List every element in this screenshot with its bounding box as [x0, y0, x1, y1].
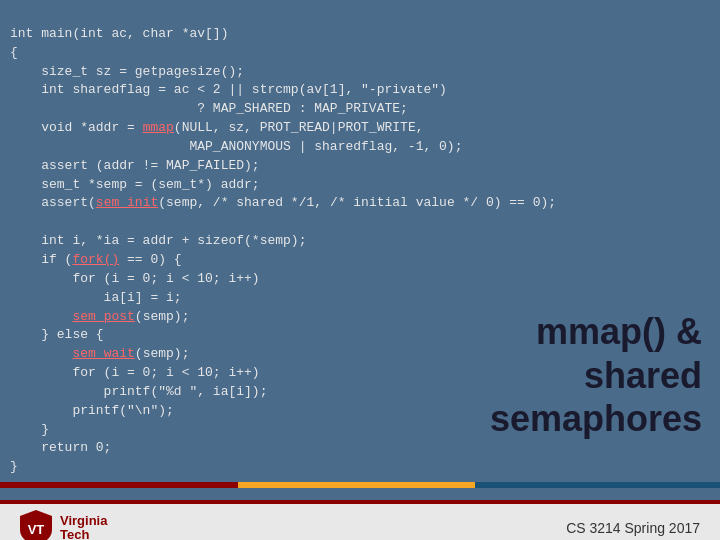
code-line-10: assert(sem_init(semp, /* shared */1, /* …: [10, 195, 556, 210]
slide-title: mmap() & shared semaphores: [490, 310, 702, 440]
code-line-11: int i, *ia = addr + sizeof(*semp);: [10, 233, 306, 248]
university-logo: VT Virginia Tech: [20, 510, 107, 540]
code-line-6: void *addr = mmap(NULL, sz, PROT_READ|PR…: [10, 120, 423, 135]
code-line-18: for (i = 0; i < 10; i++): [10, 365, 260, 380]
color-stripe: [0, 482, 720, 488]
code-line-3: size_t sz = getpagesize();: [10, 64, 244, 79]
code-line-1: int main(int ac, char *av[]): [10, 26, 228, 41]
code-line-12: if (fork() == 0) {: [10, 252, 182, 267]
slide-content: int main(int ac, char *av[]) { size_t sz…: [0, 0, 720, 500]
code-line-5: ? MAP_SHARED : MAP_PRIVATE;: [10, 101, 408, 116]
code-line-16: } else {: [10, 327, 104, 342]
code-line-17: sem_wait(semp);: [10, 346, 189, 361]
code-line-14: ia[i] = i;: [10, 290, 182, 305]
code-line-blank: [10, 214, 18, 229]
code-line-20: printf("\n");: [10, 403, 174, 418]
footer: VT Virginia Tech CS 3214 Spring 2017: [0, 500, 720, 540]
course-info: CS 3214 Spring 2017: [566, 520, 700, 536]
code-line-19: printf("%d ", ia[i]);: [10, 384, 267, 399]
svg-text:VT: VT: [28, 522, 45, 537]
code-line-2: {: [10, 45, 18, 60]
code-line-8: assert (addr != MAP_FAILED);: [10, 158, 260, 173]
code-line-22: return 0;: [10, 440, 111, 455]
code-line-23: }: [10, 459, 18, 474]
university-name: Virginia Tech: [60, 514, 107, 540]
code-line-21: }: [10, 422, 49, 437]
code-line-15: sem_post(semp);: [10, 309, 189, 324]
code-line-9: sem_t *semp = (sem_t*) addr;: [10, 177, 260, 192]
code-line-13: for (i = 0; i < 10; i++): [10, 271, 260, 286]
code-line-7: MAP_ANONYMOUS | sharedflag, -1, 0);: [10, 139, 462, 154]
vt-shield-icon: VT: [20, 510, 52, 540]
code-line-4: int sharedflag = ac < 2 || strcmp(av[1],…: [10, 82, 447, 97]
